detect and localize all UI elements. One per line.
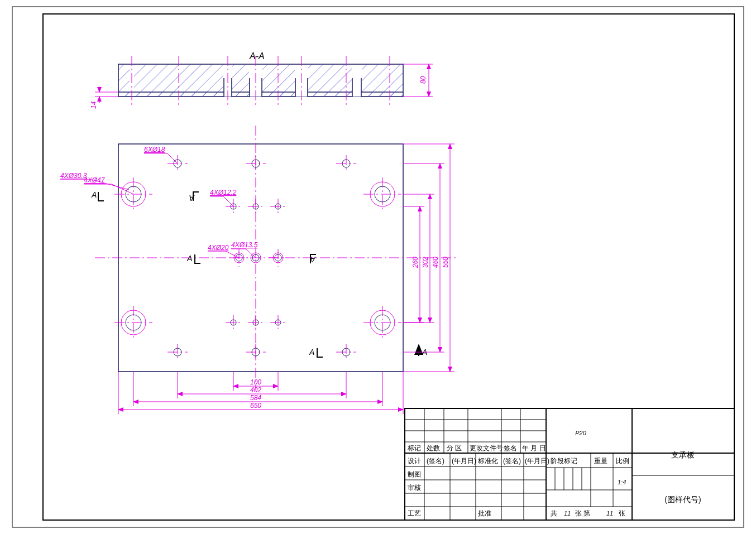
- svg-text:张  第: 张 第: [575, 509, 590, 517]
- h-dims: 100 402 584 650: [118, 372, 403, 414]
- svg-text:A: A: [91, 190, 97, 199]
- svg-text:P20: P20: [575, 430, 586, 436]
- svg-text:4XØ20: 4XØ20: [208, 244, 229, 252]
- svg-line-123: [226, 251, 239, 258]
- svg-rect-8: [362, 64, 403, 97]
- svg-text:A: A: [186, 254, 192, 263]
- section-dim-14: 14: [90, 86, 118, 109]
- part-name: 支承板: [671, 450, 695, 459]
- svg-text:分  区: 分 区: [447, 444, 462, 452]
- svg-text:460: 460: [432, 257, 439, 268]
- svg-rect-7: [308, 64, 352, 97]
- svg-text:年 月 日: 年 月 日: [522, 444, 546, 452]
- svg-text:签名: 签名: [504, 444, 517, 452]
- drawing-number: (图样代号): [664, 495, 701, 504]
- svg-text:共: 共: [551, 509, 557, 517]
- svg-rect-6: [262, 64, 295, 97]
- title-block: 标记 处数 分 区 更改文件号 签名 年 月 日 设计 (签名) (年月日) 标…: [405, 408, 734, 520]
- svg-text:重量: 重量: [594, 457, 607, 465]
- svg-text:A: A: [189, 194, 195, 203]
- svg-text:(签名): (签名): [427, 457, 444, 465]
- svg-text:(年月日): (年月日): [525, 457, 549, 465]
- svg-text:A: A: [310, 255, 316, 264]
- svg-text:(年月日): (年月日): [452, 457, 476, 465]
- section-dim-80: 80: [403, 64, 433, 97]
- svg-text:14: 14: [90, 101, 98, 109]
- svg-text:402: 402: [250, 386, 261, 394]
- svg-text:550: 550: [442, 257, 449, 268]
- plan-view: A A A A A A 6XØ18 4XØ47 4XØ30.3 4XØ12.2: [60, 126, 458, 414]
- svg-text:4XØ30.3: 4XØ30.3: [60, 172, 87, 180]
- svg-line-120: [223, 196, 233, 206]
- svg-text:标准化: 标准化: [477, 457, 498, 465]
- svg-text:1:4: 1:4: [618, 479, 626, 485]
- svg-line-117: [92, 180, 129, 190]
- svg-text:比例: 比例: [616, 457, 629, 465]
- corner-holes: [114, 177, 401, 339]
- svg-text:584: 584: [250, 394, 261, 402]
- svg-rect-19: [352, 78, 361, 97]
- svg-text:11: 11: [606, 510, 613, 517]
- svg-text:标记: 标记: [407, 444, 421, 452]
- svg-text:302: 302: [422, 257, 429, 268]
- svg-text:11: 11: [564, 510, 571, 517]
- svg-text:4XØ13.5: 4XØ13.5: [231, 241, 258, 249]
- drawing-svg: A-A: [0, 0, 756, 534]
- svg-text:更改文件号: 更改文件号: [470, 444, 503, 452]
- drawing-sheet: A-A: [0, 0, 756, 534]
- svg-text:审核: 审核: [408, 484, 421, 492]
- svg-text:设计: 设计: [408, 457, 421, 465]
- svg-text:6XØ18: 6XØ18: [144, 146, 165, 153]
- svg-text:张: 张: [619, 509, 625, 517]
- svg-text:(签名): (签名): [503, 457, 521, 465]
- svg-rect-3: [118, 64, 130, 97]
- svg-text:650: 650: [250, 402, 261, 410]
- svg-rect-5: [232, 64, 249, 97]
- svg-text:批准: 批准: [478, 509, 491, 517]
- section-view: A-A: [90, 51, 433, 109]
- section-label: A-A: [249, 51, 265, 61]
- svg-text:A: A: [309, 348, 314, 357]
- svg-text:260: 260: [412, 257, 419, 268]
- svg-text:4XØ12.2: 4XØ12.2: [210, 189, 237, 196]
- svg-text:100: 100: [250, 378, 261, 386]
- svg-line-111: [168, 153, 178, 163]
- svg-text:处数: 处数: [427, 444, 440, 452]
- svg-text:阶段标记: 阶段标记: [551, 457, 577, 465]
- svg-text:工艺: 工艺: [408, 509, 421, 517]
- callouts: 6XØ18 4XØ47 4XØ30.3 4XØ12.2 4XØ20 4XØ13.…: [60, 146, 258, 258]
- svg-text:制图: 制图: [408, 470, 421, 478]
- svg-text:80: 80: [419, 76, 427, 84]
